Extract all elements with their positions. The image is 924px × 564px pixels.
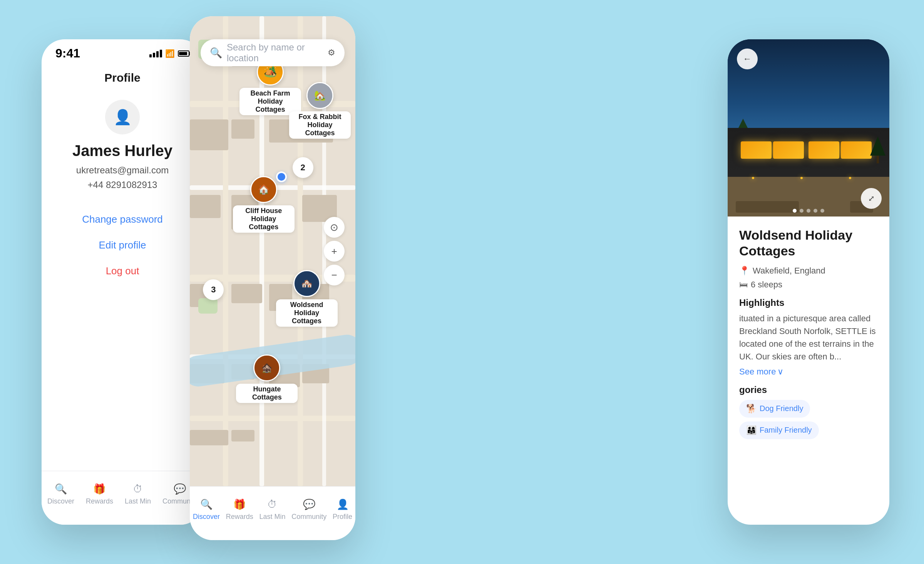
zoom-out-button[interactable]: − [324, 265, 345, 285]
phone-map: 🏕️ Beach FarmHoliday Cottages 🏡 Fox & Ra… [190, 16, 355, 540]
phone-detail: ← ⤢ Woldsend Holiday Cottages 📍 Wakefiel… [728, 39, 889, 525]
change-password-button[interactable]: Change password [82, 213, 163, 225]
pin-fox-rabbit[interactable]: 🏡 Fox & RabbitHoliday Cottages [289, 82, 351, 139]
nav-item-profile-map[interactable]: 👤 Profile [333, 499, 352, 521]
property-title: Woldsend Holiday Cottages [739, 227, 878, 259]
lastmin-icon-map: ⏱ [267, 499, 277, 510]
dog-icon: 🐕 [746, 404, 757, 414]
nav-item-community-map[interactable]: 💬 Community [291, 499, 326, 521]
outdoor-light-1 [752, 177, 754, 179]
window-2 [773, 141, 804, 159]
nav-label-discover-map: Discover [193, 513, 220, 521]
back-arrow-icon: ← [743, 54, 752, 64]
outdoor-light-3 [849, 177, 851, 179]
discover-icon: 🔍 [55, 483, 67, 495]
svg-text:🏘️: 🏘️ [301, 278, 313, 289]
status-bar: 9:41 📶 [42, 39, 203, 64]
edit-profile-button[interactable]: Edit profile [99, 239, 146, 251]
location-icon: 📍 [739, 266, 750, 276]
pin-woldsend-avatar: 🏘️ [293, 270, 320, 297]
location-meta: 📍 Wakefield, England [739, 266, 878, 276]
sleeps-text: 6 sleeps [751, 280, 782, 290]
search-bar[interactable]: 🔍 Search by name or location ⚙ [201, 39, 345, 66]
nav-item-discover[interactable]: 🔍 Discover [47, 483, 74, 505]
back-button[interactable]: ← [737, 49, 758, 69]
nav-label-lastmin: Last Min [125, 497, 151, 505]
highlights-title: Highlights [739, 297, 878, 308]
see-more-button[interactable]: See more ∨ [739, 367, 878, 377]
expand-icon: ⤢ [868, 194, 875, 203]
pin-hungate[interactable]: 🏚️ Hungate Cottages [236, 354, 298, 403]
profile-name: James Hurley [42, 142, 203, 159]
window-3 [808, 141, 839, 159]
community-icon: 💬 [174, 483, 186, 495]
pin-cliff-house[interactable]: 🏠 Cliff House HolidayCottages [233, 176, 295, 233]
user-icon: 👤 [114, 109, 132, 126]
nav-label-rewards-map: Rewards [226, 513, 253, 521]
phone-profile: 9:41 📶 Profile 👤 James Hurley ukretreats… [42, 39, 203, 525]
svg-text:🏠: 🏠 [258, 184, 270, 195]
nav-label-rewards: Rewards [86, 497, 113, 505]
window-4 [841, 141, 872, 159]
svg-text:🏚️: 🏚️ [261, 362, 273, 373]
detail-content: Woldsend Holiday Cottages 📍 Wakefield, E… [728, 217, 889, 486]
outdoor-light-2 [800, 177, 803, 179]
nav-label-community-map: Community [291, 513, 326, 521]
nav-item-rewards[interactable]: 🎁 Rewards [86, 483, 113, 505]
location-text: Wakefield, England [753, 266, 825, 276]
image-dots [793, 209, 824, 213]
profile-email: ukretreats@gmail.com [42, 165, 203, 176]
see-more-label: See more [739, 367, 776, 377]
community-icon-map: 💬 [303, 499, 315, 510]
cluster-3[interactable]: 3 [203, 279, 224, 300]
search-icon: 🔍 [210, 47, 222, 59]
cluster-2[interactable]: 2 [293, 157, 313, 178]
profile-title: Profile [42, 67, 203, 88]
svg-text:🏕️: 🏕️ [264, 65, 277, 78]
nav-label-profile-map: Profile [333, 513, 352, 521]
search-input[interactable]: Search by name or location [227, 42, 328, 64]
dot-4[interactable] [814, 209, 817, 213]
family-icon: 👨‍👩‍👧 [746, 425, 757, 435]
dot-3[interactable] [807, 209, 810, 213]
compass-button[interactable]: ⊙ [324, 217, 345, 238]
zoom-in-button[interactable]: + [324, 241, 345, 262]
dot-1[interactable] [793, 209, 797, 213]
dot-5[interactable] [820, 209, 824, 213]
rewards-icon: 🎁 [93, 483, 105, 495]
battery-icon [178, 50, 189, 57]
filter-icon[interactable]: ⚙ [328, 48, 335, 58]
nav-item-discover-map[interactable]: 🔍 Discover [193, 499, 220, 521]
profile-phone: +44 8291082913 [42, 180, 203, 190]
bottom-nav-map: 🔍 Discover 🎁 Rewards ⏱ Last Min 💬 Commun… [190, 486, 355, 540]
profile-icon-map: 👤 [336, 499, 349, 510]
pin-cliff-house-label: Cliff House HolidayCottages [233, 205, 295, 233]
expand-button[interactable]: ⤢ [861, 188, 882, 209]
nav-item-lastmin-map[interactable]: ⏱ Last Min [259, 499, 285, 521]
nav-label-discover: Discover [47, 497, 74, 505]
category-dog-friendly[interactable]: 🐕 Dog Friendly [739, 400, 810, 418]
nav-label-lastmin-map: Last Min [259, 513, 285, 521]
categories-title: gories [739, 384, 878, 395]
sleeps-meta: 🛏 6 sleeps [739, 280, 878, 290]
dog-friendly-label: Dog Friendly [760, 404, 803, 413]
nav-item-lastmin[interactable]: ⏱ Last Min [125, 483, 151, 505]
pin-fox-rabbit-avatar: 🏡 [306, 82, 333, 109]
chevron-down-icon: ∨ [777, 367, 783, 377]
pin-fox-rabbit-label: Fox & RabbitHoliday Cottages [289, 111, 351, 139]
pin-woldsend-label: Woldsend HolidayCottages [276, 299, 338, 327]
description-text: ituated in a picturesque area called Bre… [739, 312, 878, 363]
map-background: 🏕️ Beach FarmHoliday Cottages 🏡 Fox & Ra… [190, 16, 355, 486]
category-tags: 🐕 Dog Friendly 👨‍👩‍👧 Family Friendly [739, 400, 878, 439]
dot-2[interactable] [800, 209, 803, 213]
log-out-button[interactable]: Log out [106, 265, 139, 277]
status-time: 9:41 [55, 46, 80, 60]
family-friendly-label: Family Friendly [760, 426, 812, 435]
pin-hungate-label: Hungate Cottages [236, 384, 298, 403]
nav-item-rewards-map[interactable]: 🎁 Rewards [226, 499, 253, 521]
category-family-friendly[interactable]: 👨‍👩‍👧 Family Friendly [739, 421, 819, 439]
bed-icon: 🛏 [739, 280, 748, 290]
pin-hungate-avatar: 🏚️ [253, 354, 280, 381]
wifi-icon: 📶 [165, 49, 175, 58]
profile-actions: Change password Edit profile Log out [42, 213, 203, 277]
